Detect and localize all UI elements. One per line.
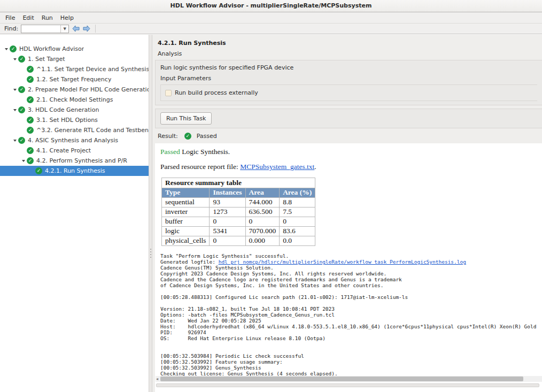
passed-check-icon: ✓ xyxy=(27,76,34,83)
find-combobox[interactable]: ▼ xyxy=(21,25,69,33)
result-status: Passed xyxy=(197,133,217,140)
log-line xyxy=(160,341,542,347)
log-line: Version: 21.18-s082_1, built Tue Jul 18 … xyxy=(160,306,542,312)
result-row: Result: ✓ Passed xyxy=(152,128,542,143)
table-title: Resource summary table xyxy=(162,178,315,188)
run-externally-checkbox[interactable] xyxy=(165,90,172,96)
menu-item-help[interactable]: Help xyxy=(57,13,78,23)
synthesis-report: Passed Logic Synthesis. Parsed resource … xyxy=(155,143,542,382)
log-link-prefix: Generated logfile: xyxy=(160,259,219,265)
tree-item-label: 2.1. Check Model Settings xyxy=(36,96,113,103)
parsed-report-line: Parsed resource report file: MCPSubsyste… xyxy=(160,163,542,171)
expander-icon[interactable] xyxy=(12,89,18,91)
log-line xyxy=(160,288,542,294)
tree-item[interactable]: ✓3.1. Set HDL Options xyxy=(0,115,149,125)
table-cell: 1273 xyxy=(210,207,245,217)
table-row: inverter1273636.5007.5 xyxy=(162,207,315,217)
passed-check-icon: ✓ xyxy=(18,86,25,93)
parsed-report-prefix: Parsed resource report file: xyxy=(160,163,240,171)
expander-icon[interactable] xyxy=(12,58,18,60)
resource-table-body: sequential93744.0008.8inverter1273636.50… xyxy=(162,198,315,246)
table-cell: 0 xyxy=(280,217,315,227)
find-input[interactable] xyxy=(21,25,60,33)
find-previous-button[interactable] xyxy=(72,25,80,32)
table-cell: physical_cells xyxy=(162,236,210,246)
find-dropdown-button[interactable]: ▼ xyxy=(60,25,68,33)
tree-item[interactable]: ✓4.2. Perform Synthesis and P/R xyxy=(0,156,149,166)
table-caption-row: Resource summary table xyxy=(162,178,315,188)
log-line: of Cadence Design Systems, Inc. in the U… xyxy=(160,282,542,288)
input-parameters-label: Input Parameters xyxy=(160,75,537,82)
analysis-groupbox: Run logic synthesis for specified FPGA d… xyxy=(155,60,542,105)
log-line: Copyright 2023 Cadence Design Systems, I… xyxy=(160,271,542,276)
log-line: Host: hdlcoderhydredhat (x86_64 w/Linux … xyxy=(160,324,542,329)
passed-check-icon: ✓ xyxy=(10,45,17,52)
tree-item[interactable]: ✓2.1. Check Model Settings xyxy=(0,95,149,105)
tree-item[interactable]: ✓HDL Workflow Advisor xyxy=(0,44,149,54)
table-cell: buffer xyxy=(162,217,210,227)
tree-item[interactable]: ✓1.2. Set Target Frequency xyxy=(0,74,149,84)
menu-item-edit[interactable]: Edit xyxy=(19,13,37,23)
column-header: Type xyxy=(162,188,210,198)
arrow-right-icon xyxy=(83,25,90,32)
log-line-with-link: Generated logfile: hdl_prj_nomcp/hdlsrc/… xyxy=(160,259,542,265)
log-line: [00:05:28.488313] Configured Lic search … xyxy=(160,294,542,300)
table-row: physical_cells00.0000.0 xyxy=(162,236,315,246)
menu-item-file[interactable]: File xyxy=(2,13,19,23)
resource-table-header-row: TypeInstancesAreaArea (%) xyxy=(162,188,315,198)
passed-check-icon: ✓ xyxy=(27,127,34,134)
scrollbar-left-arrow-icon[interactable]: ◂ xyxy=(156,376,158,381)
tree-item-label: 4.2.1. Run Synthesis xyxy=(45,167,105,174)
column-header: Area (%) xyxy=(280,188,315,198)
toolbar-separator xyxy=(95,25,96,33)
tree-item[interactable]: ✓3. HDL Code Generation xyxy=(0,105,149,115)
table-cell: 744.000 xyxy=(245,198,280,207)
report-status-line: Passed Logic Synthesis. xyxy=(160,148,542,156)
log-line: Options: -batch -files MCPSubsystem_Cade… xyxy=(160,312,542,318)
menu-item-run[interactable]: Run xyxy=(38,13,57,23)
result-passed-icon: ✓ xyxy=(184,133,191,140)
log-line xyxy=(160,300,542,306)
tree-item[interactable]: ✓4. ASIC Synthesis and Analysis xyxy=(0,135,149,145)
find-next-button[interactable] xyxy=(83,25,90,32)
panel-splitter[interactable] xyxy=(149,35,152,392)
logfile-link[interactable]: hdl_prj_nomcp/hdlsrc/multiplierSingleRat… xyxy=(219,259,466,265)
tree-item[interactable]: ✓1. Set Target xyxy=(0,54,149,64)
resource-summary-table: Resource summary table TypeInstancesArea… xyxy=(161,178,315,246)
expander-icon[interactable] xyxy=(12,109,18,111)
tree-item[interactable]: ✓^1.1. Set Target Device and Synthesis T… xyxy=(0,64,149,74)
expander-icon[interactable] xyxy=(3,48,10,50)
tree-item-label: ^3.2. Generate RTL Code and Testbench xyxy=(36,127,149,134)
tree-item-label: 3. HDL Code Generation xyxy=(28,106,99,113)
table-cell: 83.6 xyxy=(280,227,315,236)
log-line xyxy=(160,347,542,353)
passed-check-icon: ✓ xyxy=(35,167,42,174)
task-panel: 4.2.1. Run Synthesis Analysis Run logic … xyxy=(152,35,542,392)
table-row: logic53417070.00083.6 xyxy=(162,227,315,236)
gates-report-link[interactable]: MCPSubsystem_gates.txt xyxy=(240,163,314,171)
panel-bottom-area xyxy=(155,382,542,392)
log-lines: Cadence Genus(TM) Synthesis Solution.Cop… xyxy=(160,265,542,382)
tree-item-label: 2. Prepare Model For HDL Code Generation xyxy=(28,86,149,93)
table-cell: 0 xyxy=(210,217,245,227)
panel-horizontal-scrollbar[interactable] xyxy=(156,383,539,387)
tree-item[interactable]: ✓4.1. Create Project xyxy=(0,145,149,156)
passed-check-icon: ✓ xyxy=(27,147,34,154)
run-this-task-button[interactable]: Run This Task xyxy=(160,112,212,125)
tree-item[interactable]: ✓2. Prepare Model For HDL Code Generatio… xyxy=(0,84,149,95)
tree-item[interactable]: ✓^3.2. Generate RTL Code and Testbench xyxy=(0,125,149,135)
report-passed-word: Passed xyxy=(160,148,180,156)
scrollbar-thumb[interactable] xyxy=(160,376,523,381)
table-cell: inverter xyxy=(162,207,210,217)
expander-icon[interactable] xyxy=(12,140,18,142)
input-parameters-box: Run build process externally xyxy=(160,84,537,101)
expander-icon[interactable] xyxy=(20,160,27,162)
passed-check-icon: ✓ xyxy=(18,137,25,144)
passed-check-icon: ✓ xyxy=(27,96,34,103)
log-line: [00:05:32.503992] Feature usage summary: xyxy=(160,359,542,365)
tree-item[interactable]: ✓4.2.1. Run Synthesis xyxy=(0,166,149,176)
log-line: Cadence Genus(TM) Synthesis Solution. xyxy=(160,265,542,271)
report-horizontal-scrollbar[interactable]: ◂ xyxy=(156,376,542,382)
table-row: buffer000 xyxy=(162,217,315,227)
column-header: Area xyxy=(245,188,280,198)
